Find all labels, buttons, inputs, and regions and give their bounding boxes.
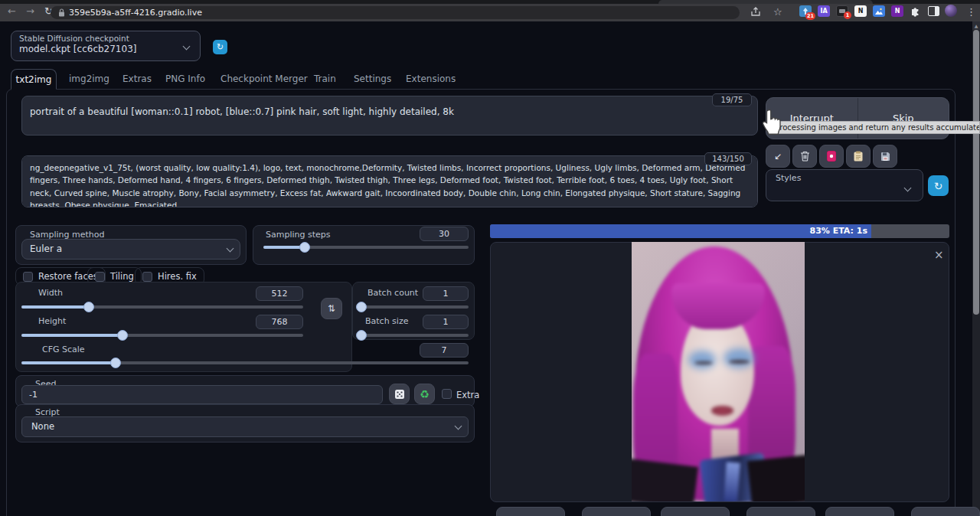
scrollbar-up-icon[interactable]: ▲ [972,21,980,30]
seed-extra-label: Extra [456,390,479,400]
tab-settings[interactable]: Settings [354,73,391,84]
negative-prompt-token-counter: 143/150 [704,152,752,165]
width-slider[interactable] [21,302,303,312]
hires-fix-label: Hires. fix [158,271,197,282]
browser-back-icon[interactable]: ← [8,6,16,17]
extension-ia-icon[interactable]: IA [818,5,830,17]
sampling-method-select[interactable]: Euler a [21,239,240,260]
prompt-token-counter: 19/75 [712,93,752,106]
generated-image-preview[interactable] [632,242,805,501]
progress-fill: 83% ETA: 1s [490,224,871,238]
share-icon[interactable] [750,7,761,17]
seed-input[interactable]: -1 [21,385,383,404]
negative-prompt-input[interactable]: ng_deepnegative_v1_75t, (worst quality, … [21,155,758,207]
height-value[interactable]: 768 [256,315,303,329]
bookmark-star-icon[interactable]: ☆ [773,6,782,18]
tab-txt2img[interactable]: txt2img [11,69,57,90]
swap-dimensions-button[interactable]: ⇅ [321,298,342,319]
scrollbar-thumb[interactable] [973,30,979,315]
height-label: Height [38,316,66,326]
save-style-button[interactable] [873,145,897,168]
tiling-label: Tiling [110,271,134,282]
interrupt-tooltip: processing images and return any results… [770,121,980,134]
refresh-checkpoint-button[interactable]: ↻ [213,40,227,54]
tiling-checkbox[interactable] [95,272,105,282]
eye-left [694,361,713,364]
result-action-button[interactable] [825,507,894,516]
sampling-steps-slider[interactable] [263,242,469,253]
trash-icon [800,151,810,162]
sampling-steps-value[interactable]: 30 [420,227,469,241]
apply-style-button[interactable] [846,145,871,168]
batch-size-label: Batch size [365,316,408,326]
cfg-scale-slider[interactable] [21,358,469,368]
tab-img2img[interactable]: img2img [69,73,109,84]
random-seed-button[interactable] [389,384,410,404]
dice-icon [394,389,405,400]
tab-train[interactable]: Train [314,73,336,84]
arrow-southwest-icon: ↙ [774,151,782,162]
swap-arrows-icon: ⇅ [328,303,335,314]
styles-label: Styles [766,170,923,183]
checkpoint-select[interactable]: model.ckpt [cc6cb27103] [11,43,200,54]
tab-extras[interactable]: Extras [122,73,152,84]
checkpoint-label: Stable Diffusion checkpoint [11,31,200,43]
clipboard-icon [854,151,863,162]
batch-size-slider[interactable] [358,330,469,341]
refresh-styles-button[interactable]: ↻ [928,175,949,196]
eyeshadow-right [724,348,754,368]
extra-networks-button[interactable] [819,145,844,168]
lock-icon [58,8,65,17]
batch-size-value[interactable]: 1 [423,315,469,329]
batch-count-value[interactable]: 1 [423,286,469,301]
eyeshadow-left [688,351,716,369]
read-parameters-button[interactable]: ↙ [766,145,790,168]
progress-text: 83% ETA: 1s [810,226,867,236]
side-panel-icon[interactable] [928,6,939,16]
script-select[interactable]: None [21,416,469,437]
seed-extra-checkbox[interactable] [442,389,452,399]
mouse-cursor-hand-icon [760,108,782,137]
extension-pin-icon[interactable]: 21 [799,5,812,17]
hires-fix-checkbox[interactable] [142,272,152,282]
width-value[interactable]: 512 [256,286,303,301]
prompt-input[interactable]: portrait of a beautiful [woman::0.1] rob… [21,96,758,136]
extension-pin-badge: 21 [805,12,815,20]
restore-faces-checkbox[interactable] [23,272,33,282]
floppy-disk-icon [880,152,890,162]
recycle-icon: ♻ [420,388,430,400]
batch-count-label: Batch count [368,288,418,298]
cfg-scale-value[interactable]: 7 [420,343,469,358]
browser-address-bar[interactable]: 359e5b9a-a5ff-4216.gradio.live [51,6,740,19]
checkpoint-block: Stable Diffusion checkpoint model.ckpt [… [11,31,201,61]
extension-notion-icon[interactable]: N [854,5,867,17]
extension-onenote-icon[interactable]: N [891,5,903,17]
extension-camera-icon[interactable]: 1 [836,5,848,17]
extension-photos-icon[interactable] [873,5,885,17]
browser-profile-avatar[interactable] [945,5,957,17]
styles-block: Styles [766,169,923,201]
height-slider[interactable] [21,330,303,341]
script-label: Script [16,405,474,417]
result-action-button[interactable] [746,507,815,516]
extensions-puzzle-icon[interactable] [910,5,921,17]
chevron-down-icon[interactable] [904,185,912,192]
tab-extensions[interactable]: Extensions [406,73,456,84]
result-action-button[interactable] [582,507,651,516]
browser-forward-icon[interactable]: → [26,6,34,17]
result-action-button[interactable] [496,507,565,516]
portrait-art [632,242,805,501]
result-action-button[interactable] [661,507,730,516]
width-label: Width [38,288,63,298]
tab-checkpoint-merger[interactable]: Checkpoint Merger [220,73,308,84]
browser-menu-dots-icon[interactable]: ⋮ [966,6,976,18]
close-preview-icon[interactable]: × [934,248,944,262]
lips [711,406,733,416]
clear-prompt-button[interactable] [792,145,817,168]
robot-strap [724,462,740,501]
reuse-seed-button[interactable]: ♻ [414,384,435,404]
tab-png-info[interactable]: PNG Info [165,73,205,84]
batch-count-slider[interactable] [358,302,469,312]
result-action-button[interactable] [911,507,980,516]
sampling-method-label: Sampling method [16,226,246,240]
